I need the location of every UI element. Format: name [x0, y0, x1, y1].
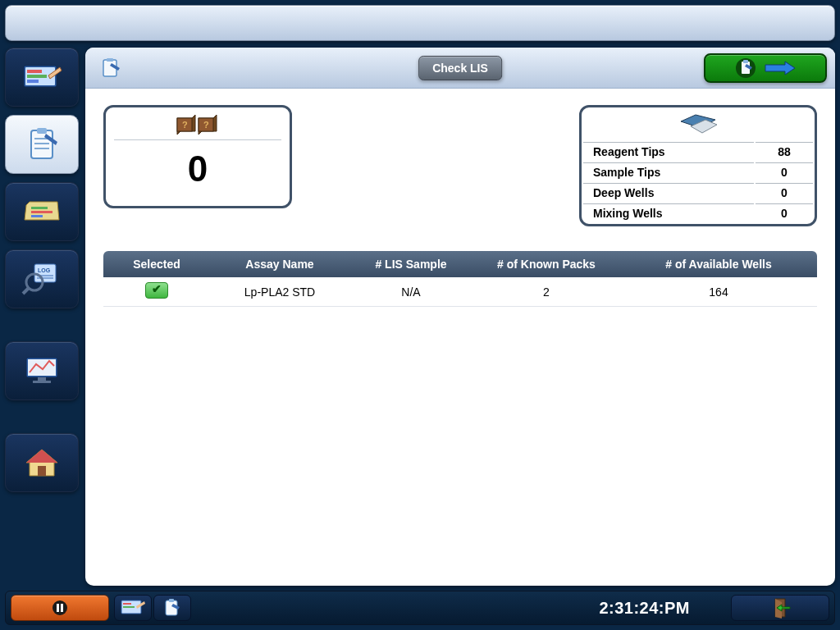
pack-boxes-icon: ? ? — [174, 110, 221, 138]
monitor-chart-icon — [21, 353, 62, 389]
tips-row-value: 88 — [756, 142, 813, 161]
svg-point-33 — [52, 600, 67, 615]
svg-rect-38 — [123, 606, 135, 608]
svg-rect-11 — [31, 211, 52, 213]
svg-text:?: ? — [203, 120, 209, 130]
cell-lis-sample: N/A — [349, 277, 472, 307]
proceed-button[interactable] — [704, 53, 827, 83]
door-exit-icon — [765, 597, 795, 619]
svg-rect-4 — [27, 80, 39, 83]
clipboard-round-icon — [734, 57, 757, 79]
svg-rect-37 — [123, 603, 131, 605]
arrow-right-icon — [764, 60, 797, 76]
svg-rect-28 — [743, 60, 748, 63]
clipboard-small-icon — [98, 57, 121, 80]
nav-home-button[interactable] — [5, 433, 79, 492]
top-header-bar — [5, 5, 835, 41]
content-area: ? ? 0 Reagent Tips88 Samp — [92, 94, 829, 579]
svg-rect-20 — [28, 359, 56, 376]
folder-results-icon — [21, 195, 62, 228]
touchscreen-small-icon — [120, 598, 146, 618]
magnifier-log-icon: LOG — [21, 261, 62, 297]
svg-rect-5 — [31, 130, 52, 158]
assay-table: Selected Assay Name # LIS Sample # of Kn… — [103, 251, 817, 307]
svg-rect-10 — [31, 207, 48, 209]
sample-count-value: 0 — [106, 140, 290, 198]
clock-display: 2:31:24:PM — [599, 599, 690, 618]
svg-rect-22 — [33, 381, 51, 383]
tips-row-value: 0 — [756, 183, 813, 202]
mini-worklist-button[interactable] — [153, 595, 191, 621]
pause-icon — [52, 600, 68, 616]
svg-line-18 — [23, 288, 29, 294]
svg-text:LOG: LOG — [38, 267, 51, 273]
nav-run-button[interactable] — [5, 48, 79, 107]
clipboard-small2-icon — [162, 598, 183, 618]
svg-rect-25 — [107, 58, 113, 62]
mini-run-button[interactable] — [114, 595, 152, 621]
pause-button[interactable] — [11, 595, 109, 621]
col-lis-sample: # LIS Sample — [349, 251, 472, 277]
sidebar: LOG — [5, 48, 80, 586]
col-assay-name: Assay Name — [210, 251, 349, 277]
svg-text:?: ? — [182, 120, 188, 130]
col-known-packs: # of Known Packs — [472, 251, 620, 277]
svg-rect-21 — [38, 377, 46, 381]
svg-rect-23 — [38, 466, 46, 476]
nav-analysis-button[interactable] — [5, 341, 79, 400]
cell-known-packs: 2 — [472, 277, 620, 307]
nav-results-button[interactable] — [5, 182, 79, 241]
bottom-bar: 2:31:24:PM — [5, 591, 835, 625]
toolbar: Check LIS — [85, 48, 835, 89]
nav-logs-button[interactable]: LOG — [5, 249, 79, 308]
svg-rect-12 — [31, 215, 43, 217]
tips-row-label: Deep Wells — [583, 183, 754, 202]
check-icon — [145, 282, 168, 299]
col-selected: Selected — [103, 251, 210, 277]
tips-row-label: Reagent Tips — [583, 142, 754, 161]
exit-button[interactable] — [731, 595, 829, 621]
col-avail-wells: # of Available Wells — [620, 251, 817, 277]
table-row[interactable]: Lp-PLA2 STD N/A 2 164 — [103, 277, 817, 307]
main-panel: Check LIS ? — [85, 48, 835, 586]
check-lis-button[interactable]: Check LIS — [418, 56, 502, 80]
home-icon — [21, 445, 62, 481]
svg-rect-2 — [27, 70, 42, 73]
svg-rect-3 — [27, 75, 47, 78]
svg-rect-35 — [61, 604, 63, 612]
sample-count-box: ? ? 0 — [103, 105, 292, 208]
touchscreen-icon — [21, 61, 63, 94]
tips-row-label: Sample Tips — [583, 162, 754, 181]
tips-row-value: 0 — [756, 162, 813, 181]
clipboard-icon — [23, 126, 61, 163]
tips-row-label: Mixing Wells — [583, 203, 754, 222]
svg-rect-40 — [169, 599, 174, 602]
svg-rect-34 — [57, 604, 59, 612]
tips-tray-icon — [676, 112, 720, 136]
tips-row-value: 0 — [756, 203, 813, 222]
nav-worklist-button[interactable] — [5, 115, 79, 174]
cell-assay-name: Lp-PLA2 STD — [210, 277, 349, 307]
svg-rect-6 — [37, 128, 47, 134]
consumables-box: Reagent Tips88 Sample Tips0 Deep Wells0 … — [579, 105, 817, 226]
cell-avail-wells: 164 — [620, 277, 817, 307]
